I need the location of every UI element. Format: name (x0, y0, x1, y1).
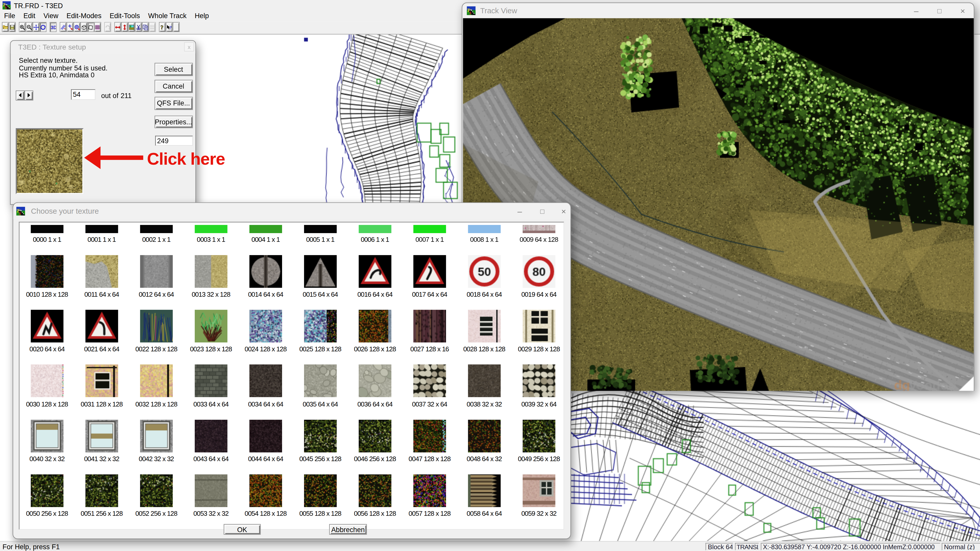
toolbar-open-button[interactable] (2, 22, 9, 32)
texture-thumbnail (249, 475, 282, 507)
texture-tile-label: 0021 64 x 64 (74, 345, 129, 353)
toolbar-stretch-vertical-button[interactable] (121, 22, 128, 32)
texture-grid: 0000 1 x 10001 1 x 10002 1 x 10003 1 x 1… (19, 222, 564, 530)
menu-whole-track[interactable]: Whole Track (144, 12, 191, 20)
track-view-title: Track View (480, 6, 517, 15)
texture-thumbnail (249, 255, 282, 288)
texture-tile-label: 0045 256 x 128 (293, 455, 348, 463)
toolbar-grid-button[interactable] (94, 22, 101, 32)
texture-thumbnail (413, 225, 446, 233)
texture-thumbnail (31, 419, 63, 452)
texture-tile-label: 0036 64 x 64 (348, 400, 402, 408)
toolbar-zoom-selection-button[interactable] (73, 22, 80, 32)
ok-button[interactable]: OK (224, 524, 261, 535)
select-button[interactable]: Select (154, 63, 192, 76)
texture-thumbnail (413, 365, 446, 397)
cancel-button[interactable]: Cancel (154, 80, 192, 93)
toolbar-zoom-in-button[interactable] (19, 22, 26, 32)
toolbar-pan-button[interactable] (33, 22, 40, 32)
svg-text:3: 3 (19, 211, 21, 215)
abbrechen-button[interactable]: Abbrechen (329, 524, 367, 535)
qfs-file-button[interactable]: QFS File... (154, 97, 192, 110)
texture-thumbnail (468, 255, 501, 288)
texture-preview[interactable] (16, 128, 84, 194)
extra-value-field[interactable]: 249 (155, 135, 193, 145)
texture-setup-description: Select new texture. Currently number 54 … (19, 57, 108, 79)
texture-thumbnail (304, 419, 337, 452)
toolbar-cut-button[interactable] (135, 22, 142, 32)
status-bar: For Help, press F1 Block 64 TRANSL X:-83… (0, 541, 980, 551)
track-view-minimize-button[interactable]: – (907, 3, 926, 18)
texture-tile-label: 0020 64 x 64 (20, 345, 74, 353)
texture-thumbnail (468, 225, 501, 233)
texture-index-field[interactable]: 54 (71, 89, 95, 100)
texture-setup-dialog: T3ED : Texture setup x Select new textur… (10, 40, 196, 205)
toolbar-texture-view-button[interactable] (128, 22, 135, 32)
next-texture-button[interactable] (24, 91, 33, 100)
toolbar-context-help-button[interactable]: ? (166, 22, 173, 32)
texture-tile-label: 0050 256 x 128 (20, 510, 74, 518)
previous-texture-button[interactable] (16, 91, 24, 100)
toolbar-paste-button[interactable] (149, 22, 156, 32)
toolbar-rotate-button[interactable] (40, 22, 46, 32)
texture-tile-label: 0015 64 x 64 (293, 290, 348, 298)
texture-thumbnail (359, 310, 391, 342)
texture-thumbnail (304, 310, 337, 342)
track-view-maximize-button[interactable]: □ (930, 3, 949, 18)
texture-thumbnail (31, 475, 63, 507)
menu-view[interactable]: View (39, 12, 62, 20)
texture-thumbnail (359, 419, 391, 452)
texture-tile-label: 0006 1 x 1 (348, 236, 402, 243)
texture-thumbnail (140, 365, 173, 397)
texture-tile-label: 0012 64 x 64 (129, 290, 183, 298)
menu-edit-modes[interactable]: Edit-Modes (62, 12, 106, 20)
toolbar-add-node-button[interactable] (67, 22, 73, 32)
menu-edit[interactable]: Edit (19, 12, 40, 20)
svg-text:3: 3 (469, 11, 471, 15)
menu-file[interactable]: File (0, 12, 19, 20)
track-view-close-button[interactable]: × (953, 3, 972, 18)
texture-thumbnail (304, 475, 337, 507)
toolbar-3d-button[interactable]: 3D (49, 22, 56, 32)
texture-thumbnail (413, 255, 446, 288)
texture-chooser-maximize-button[interactable]: □ (533, 204, 552, 218)
toolbar-undo-button[interactable] (104, 22, 111, 32)
toolbar-hatch-button[interactable] (60, 22, 67, 32)
texture-tile-label: 0002 1 x 1 (129, 236, 183, 243)
status-coordinates: X:-830.639587 Y:-4.009720 Z:-16.000000 I… (760, 543, 940, 551)
texture-tile-label: 0011 64 x 64 (74, 290, 129, 298)
texture-thumbnail (194, 365, 227, 397)
texture-chooser-minimize-button[interactable]: – (510, 204, 529, 218)
texture-setup-close-button[interactable]: x (184, 42, 194, 52)
status-mode: TRANSL (735, 543, 759, 551)
toolbar-save-button[interactable] (9, 22, 16, 32)
texture-tile-label: 0028 128 x 128 (457, 345, 512, 353)
app-icon: T3 (3, 1, 11, 10)
texture-thumbnail (523, 419, 555, 452)
texture-tile-label: 0057 128 x 128 (402, 510, 457, 518)
toolbar-stretch-horizontal-button[interactable] (115, 22, 121, 32)
texture-tile-label: 0042 32 x 32 (129, 455, 183, 463)
properties-button[interactable]: Properties... (154, 115, 192, 128)
menu-help[interactable]: Help (191, 12, 213, 20)
toolbar-polygon-button[interactable] (87, 22, 94, 32)
toolbar-bar-button[interactable] (173, 22, 180, 32)
texture-tile-label: 0048 64 x 32 (457, 455, 512, 463)
texture-tile-label: 0054 128 x 128 (238, 510, 293, 518)
texture-tile-label: 0014 64 x 64 (238, 290, 293, 298)
texture-tile-label: 0009 64 x 128 (512, 236, 564, 243)
menu-edit-tools[interactable]: Edit-Tools (105, 12, 144, 20)
toolbar-zoom-out-button[interactable] (26, 22, 33, 32)
toolbar-copy-button[interactable] (142, 22, 149, 32)
out-of-label: out of (101, 92, 118, 99)
toolbar-cube-button[interactable] (80, 22, 87, 32)
texture-chooser-close-button[interactable]: × (554, 204, 573, 218)
toolbar-help-button[interactable]: ? (159, 22, 166, 32)
texture-thumbnail (523, 255, 555, 288)
svg-text:3D: 3D (51, 25, 56, 30)
texture-tile-label: 0031 128 x 128 (74, 400, 129, 408)
texture-thumbnail (31, 365, 63, 397)
texture-thumbnail (413, 475, 446, 507)
texture-thumbnail (194, 225, 227, 233)
texture-tile-label: 0030 128 x 128 (20, 400, 74, 408)
